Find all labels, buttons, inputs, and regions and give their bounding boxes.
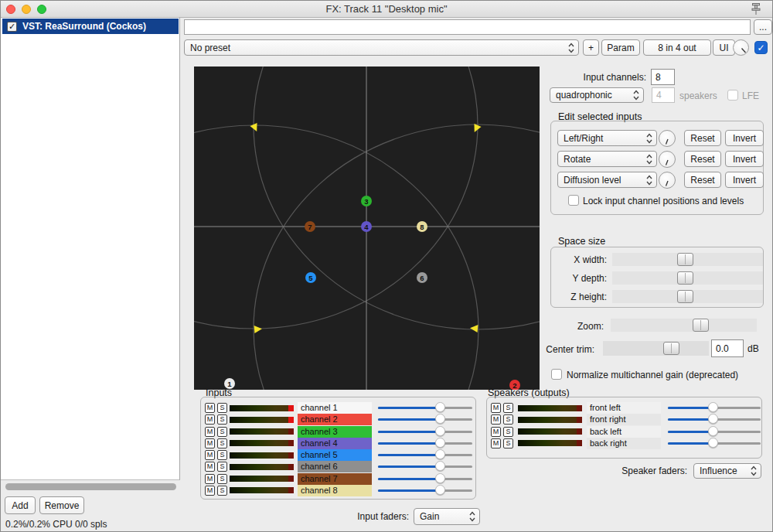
fx-enable-checkbox[interactable]: ✓	[7, 22, 17, 32]
mute-button-3[interactable]: M	[491, 438, 501, 448]
mute-button-2[interactable]: M	[491, 427, 501, 437]
wet-dry-knob[interactable]	[733, 39, 749, 56]
volume-fader-7[interactable]	[378, 485, 472, 496]
fader-thumb[interactable]	[708, 426, 718, 436]
reset-button-2[interactable]: Reset	[684, 172, 721, 188]
mute-button-4[interactable]: M	[205, 450, 215, 460]
lock-positions-checkbox[interactable]	[568, 195, 579, 206]
param-button[interactable]: Param	[601, 39, 640, 56]
lfe-checkbox[interactable]	[727, 90, 738, 101]
ui-toggle-button[interactable]: UI	[713, 39, 735, 56]
volume-fader-2[interactable]	[378, 426, 472, 438]
volume-fader-0[interactable]	[668, 402, 761, 414]
solo-button-3[interactable]: S	[217, 438, 227, 448]
reset-button-0[interactable]: Reset	[684, 130, 721, 146]
fader-thumb[interactable]	[435, 414, 445, 424]
fader-thumb[interactable]	[435, 402, 445, 412]
solo-button-3[interactable]: S	[503, 438, 513, 448]
sidebar-horizontal-scrollbar[interactable]	[5, 483, 176, 490]
invert-button-1[interactable]: Invert	[725, 151, 764, 167]
input-faders-select[interactable]: Gain	[414, 508, 480, 525]
io-routing-button[interactable]: 8 in 4 out	[643, 39, 711, 56]
fader-thumb[interactable]	[708, 438, 718, 448]
fader-thumb[interactable]	[435, 473, 445, 483]
layout-select[interactable]: quadrophonic	[550, 87, 644, 103]
space-slider-thumb-2[interactable]	[677, 290, 693, 303]
mute-button-7[interactable]: M	[205, 486, 215, 496]
fx-comment-input[interactable]	[184, 19, 751, 35]
edit-mode-select-1[interactable]: Rotate	[557, 151, 657, 167]
surround-position-panel[interactable]: 12345678	[194, 66, 540, 390]
reset-button-1[interactable]: Reset	[684, 151, 721, 167]
invert-button-2[interactable]: Invert	[725, 172, 764, 188]
remove-fx-button[interactable]: Remove	[39, 496, 84, 514]
solo-button-2[interactable]: S	[503, 427, 513, 437]
input-channel-dot-5[interactable]: 5	[305, 272, 316, 283]
solo-button-2[interactable]: S	[217, 427, 227, 437]
mute-button-2[interactable]: M	[205, 427, 215, 437]
fx-chain-item-reasurround[interactable]: ✓ VST: ReaSurround (Cockos)	[2, 19, 179, 34]
center-trim-thumb[interactable]	[663, 342, 679, 355]
mute-button-1[interactable]: M	[205, 414, 215, 425]
space-slider-thumb-0[interactable]	[677, 253, 693, 266]
fader-thumb[interactable]	[708, 402, 718, 412]
volume-fader-3[interactable]	[378, 438, 472, 449]
save-preset-button[interactable]: +	[583, 39, 599, 56]
input-channels-field[interactable]: 8	[651, 69, 675, 85]
preset-select[interactable]: No preset	[184, 39, 579, 56]
volume-fader-3[interactable]	[668, 438, 761, 449]
space-slider-thumb-1[interactable]	[677, 271, 693, 285]
fader-thumb[interactable]	[435, 461, 445, 471]
mute-button-3[interactable]: M	[205, 438, 215, 448]
fx-bypass-checkbox[interactable]: ✓	[754, 41, 768, 54]
solo-button-7[interactable]: S	[217, 486, 227, 496]
center-trim-slider[interactable]	[603, 341, 709, 356]
edit-mode-select-2[interactable]: Diffusion level	[557, 172, 657, 188]
volume-fader-0[interactable]	[378, 402, 472, 414]
edit-mode-select-0[interactable]: Left/Right	[557, 130, 657, 146]
solo-button-1[interactable]: S	[503, 414, 513, 425]
chevron-updown-icon	[468, 511, 476, 523]
center-trim-field[interactable]: 0.0	[711, 339, 744, 357]
input-channel-dot-3[interactable]: 3	[361, 196, 372, 206]
volume-fader-1[interactable]	[378, 414, 472, 425]
fx-chain-list[interactable]: ✓ VST: ReaSurround (Cockos)	[1, 18, 180, 480]
volume-fader-6[interactable]	[378, 473, 472, 485]
solo-button-6[interactable]: S	[217, 474, 227, 484]
edit-knob-0[interactable]	[659, 130, 676, 147]
volume-fader-2[interactable]	[668, 426, 761, 438]
input-channel-dot-8[interactable]: 8	[417, 221, 427, 232]
more-options-button[interactable]: ...	[754, 19, 772, 35]
invert-button-0[interactable]: Invert	[725, 130, 764, 146]
pin-icon[interactable]	[749, 2, 763, 16]
input-channel-dot-6[interactable]: 6	[417, 272, 427, 283]
solo-button-0[interactable]: S	[503, 403, 513, 413]
mute-button-0[interactable]: M	[205, 403, 215, 413]
solo-button-4[interactable]: S	[217, 450, 227, 460]
fader-thumb[interactable]	[435, 438, 445, 448]
mute-button-1[interactable]: M	[491, 414, 501, 425]
zoom-slider-thumb[interactable]	[693, 319, 709, 332]
edit-knob-2[interactable]	[659, 172, 676, 189]
solo-button-5[interactable]: S	[217, 462, 227, 472]
input-channel-dot-4[interactable]: 4	[361, 221, 372, 232]
fader-thumb[interactable]	[435, 449, 445, 459]
speaker-faders-select[interactable]: Influence	[693, 463, 761, 479]
normalize-checkbox[interactable]	[551, 369, 562, 380]
svg-text:8: 8	[420, 223, 424, 231]
solo-button-1[interactable]: S	[217, 414, 227, 425]
edit-knob-1[interactable]	[659, 151, 676, 168]
mute-button-5[interactable]: M	[205, 462, 215, 472]
mute-button-6[interactable]: M	[205, 474, 215, 484]
input-channel-dot-7[interactable]: 7	[305, 221, 315, 232]
zoom-slider[interactable]	[611, 319, 757, 332]
volume-fader-5[interactable]	[378, 461, 472, 472]
fader-thumb[interactable]	[708, 414, 718, 424]
fader-thumb[interactable]	[435, 485, 445, 495]
volume-fader-1[interactable]	[668, 414, 761, 425]
fader-thumb[interactable]	[435, 426, 445, 436]
volume-fader-4[interactable]	[378, 449, 472, 461]
solo-button-0[interactable]: S	[217, 403, 227, 413]
mute-button-0[interactable]: M	[491, 403, 501, 413]
add-fx-button[interactable]: Add	[5, 496, 36, 514]
